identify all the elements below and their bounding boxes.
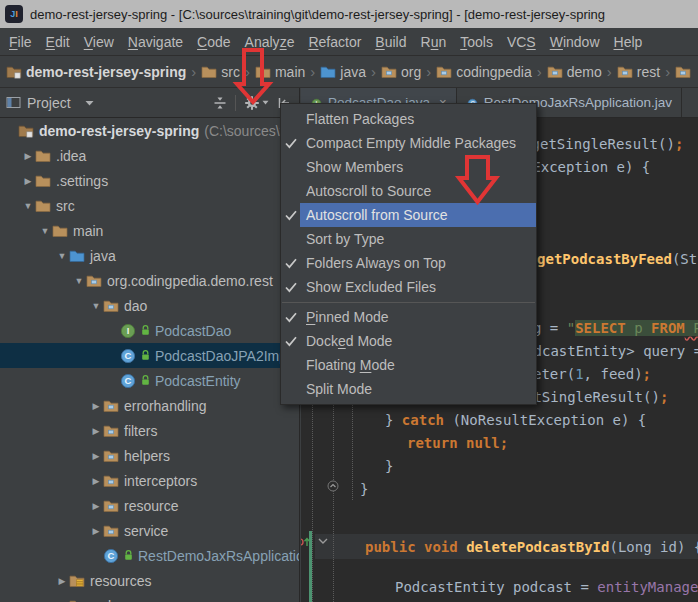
menu-item-floating-mode[interactable]: Floating Mode bbox=[281, 353, 536, 377]
tree-collapse-arrow-icon[interactable]: ▼ bbox=[55, 251, 69, 261]
tree-item-webapp[interactable]: ▶webapp bbox=[0, 593, 299, 602]
menubar-item-refactor[interactable]: Refactor bbox=[301, 34, 368, 50]
tree-expand-arrow-icon[interactable]: ▶ bbox=[89, 401, 103, 411]
tree-item-label: webapp bbox=[90, 598, 139, 602]
tree-expand-arrow-icon[interactable]: ▶ bbox=[89, 426, 103, 436]
menubar-item-edit[interactable]: Edit bbox=[39, 34, 77, 50]
code-line[interactable]: entityManager.remove(podcast); bbox=[395, 598, 648, 602]
folder-icon bbox=[35, 148, 51, 164]
check-icon bbox=[285, 138, 300, 149]
tree-expand-arrow-icon[interactable]: ▶ bbox=[89, 526, 103, 536]
menu-item-compact-empty-middle-packages[interactable]: Compact Empty Middle Packages bbox=[281, 131, 536, 155]
tree-expand-arrow-icon[interactable]: ▶ bbox=[21, 176, 35, 186]
menu-item-split-mode[interactable]: Split Mode bbox=[281, 377, 536, 401]
breadcrumb-item-codingpedia[interactable]: codingpedia bbox=[436, 64, 532, 80]
tree-item-PodcastDao[interactable]: IPodcastDao bbox=[0, 318, 299, 343]
gear-button[interactable] bbox=[244, 95, 269, 111]
override-method-icon[interactable] bbox=[301, 535, 312, 549]
code-line[interactable]: } bbox=[385, 455, 393, 478]
menubar-item-view[interactable]: View bbox=[77, 34, 121, 50]
tree-expand-arrow-icon[interactable]: ▶ bbox=[21, 151, 35, 161]
breadcrumb-item-src[interactable]: src bbox=[201, 64, 240, 80]
tree-item-main[interactable]: ▼main bbox=[0, 218, 299, 243]
fold-end-icon[interactable] bbox=[327, 480, 339, 492]
folder-icon bbox=[52, 223, 68, 239]
breadcrumb-item-main[interactable]: main bbox=[255, 64, 305, 80]
menubar-item-code[interactable]: Code bbox=[190, 34, 237, 50]
tree-item-demo-rest-jersey-spring[interactable]: demo-rest-jersey-spring(C:\sources\train… bbox=[0, 118, 299, 143]
breadcrumb-item-rest[interactable]: rest bbox=[617, 64, 660, 80]
tree-collapse-arrow-icon[interactable]: ▼ bbox=[89, 301, 103, 311]
menubar-item-file[interactable]: File bbox=[2, 34, 39, 50]
menu-item-autoscroll-to-source[interactable]: Autoscroll to Source bbox=[281, 179, 536, 203]
menubar-item-tools[interactable]: Tools bbox=[453, 34, 500, 50]
tree-item-dao[interactable]: ▼dao bbox=[0, 293, 299, 318]
tree-item-filters[interactable]: ▶filters bbox=[0, 418, 299, 443]
project-tree: demo-rest-jersey-spring(C:\sources\train… bbox=[0, 118, 300, 602]
menu-item-autoscroll-from-source[interactable]: Autoscroll from Source bbox=[281, 203, 536, 227]
project-panel-header[interactable]: Project bbox=[0, 88, 300, 117]
tree-item-PodcastDaoJPA2Impl[interactable]: CPodcastDaoJPA2Impl bbox=[0, 343, 299, 368]
menu-item-docked-mode[interactable]: Docked Mode bbox=[281, 329, 536, 353]
fold-chevron-icon[interactable] bbox=[317, 537, 329, 546]
interface-icon: I bbox=[120, 323, 136, 339]
menubar-item-build[interactable]: Build bbox=[368, 34, 413, 50]
tree-expand-arrow-icon[interactable]: ▶ bbox=[89, 501, 103, 511]
menu-item-sort-by-type[interactable]: Sort by Type bbox=[281, 227, 536, 251]
tree-item-service[interactable]: ▶service bbox=[0, 518, 299, 543]
tree-item-.settings[interactable]: ▶.settings bbox=[0, 168, 299, 193]
breadcrumb-item-org[interactable]: org bbox=[381, 64, 421, 80]
tree-item-src[interactable]: ▼src bbox=[0, 193, 299, 218]
tree-item-interceptors[interactable]: ▶interceptors bbox=[0, 468, 299, 493]
tree-item-RestDemoJaxRsApplication[interactable]: CRestDemoJaxRsApplication bbox=[0, 543, 299, 568]
chevron-down-icon[interactable] bbox=[85, 100, 94, 106]
tree-collapse-arrow-icon[interactable]: ▼ bbox=[72, 276, 86, 286]
tree-item-label: PodcastDaoJPA2Impl bbox=[155, 348, 290, 364]
svg-text:C: C bbox=[125, 375, 132, 386]
menubar-item-window[interactable]: Window bbox=[543, 34, 607, 50]
breadcrumb-item-java[interactable]: java bbox=[320, 64, 366, 80]
tree-expand-arrow-icon[interactable]: ▶ bbox=[89, 451, 103, 461]
menu-item-show-excluded-files[interactable]: Show Excluded Files bbox=[281, 275, 536, 299]
menu-item-folders-always-on-top[interactable]: Folders Always on Top bbox=[281, 251, 536, 275]
tree-item-resources[interactable]: ▶resources bbox=[0, 568, 299, 593]
tree-item-java[interactable]: ▼java bbox=[0, 243, 299, 268]
collapse-all-icon[interactable] bbox=[213, 96, 227, 110]
breadcrumb-item[interactable] bbox=[675, 64, 695, 80]
code-line[interactable]: } catch (NoResultException e) { bbox=[385, 409, 646, 432]
tree-item-helpers[interactable]: ▶helpers bbox=[0, 443, 299, 468]
code-line[interactable]: public void deletePodcastById(Long id) { bbox=[365, 536, 698, 559]
tree-item-.idea[interactable]: ▶.idea bbox=[0, 143, 299, 168]
tree-item-org.codingpedia.demo.rest[interactable]: ▼org.codingpedia.demo.rest bbox=[0, 268, 299, 293]
code-line[interactable]: return null; bbox=[407, 432, 508, 455]
menubar-item-navigate[interactable]: Navigate bbox=[121, 34, 190, 50]
breadcrumb-label: rest bbox=[637, 64, 660, 80]
menu-item-show-members[interactable]: Show Members bbox=[281, 155, 536, 179]
svg-text:C: C bbox=[108, 550, 115, 561]
package-icon bbox=[103, 398, 119, 414]
project-root-icon bbox=[18, 123, 34, 139]
chevron-separator-icon: › bbox=[245, 63, 250, 80]
menubar-item-run[interactable]: Run bbox=[414, 34, 454, 50]
menubar-item-analyze[interactable]: Analyze bbox=[238, 34, 302, 50]
tree-collapse-arrow-icon[interactable]: ▼ bbox=[21, 201, 35, 211]
tree-item-errorhandling[interactable]: ▶errorhandling bbox=[0, 393, 299, 418]
breadcrumb-item-demo-rest-jersey-spring[interactable]: demo-rest-jersey-spring bbox=[6, 64, 186, 80]
tree-collapse-arrow-icon[interactable]: ▼ bbox=[38, 226, 52, 236]
folder-icon bbox=[35, 198, 51, 214]
tree-expand-arrow-icon[interactable]: ▶ bbox=[55, 576, 69, 586]
menubar-item-help[interactable]: Help bbox=[607, 34, 650, 50]
tree-item-label: java bbox=[90, 248, 116, 264]
breadcrumb-item-demo[interactable]: demo bbox=[547, 64, 602, 80]
menu-item-flatten-packages[interactable]: Flatten Packages bbox=[281, 107, 536, 131]
tree-item-label: RestDemoJaxRsApplication bbox=[138, 548, 300, 564]
tree-expand-arrow-icon[interactable]: ▶ bbox=[89, 476, 103, 486]
menubar-item-vcs[interactable]: VCS bbox=[500, 34, 543, 50]
menu-item-pinned-mode[interactable]: Pinned Mode bbox=[281, 305, 536, 329]
code-line[interactable]: PodcastEntity podcast = entityManager. bbox=[395, 576, 698, 599]
tree-item-resource[interactable]: ▶resource bbox=[0, 493, 299, 518]
tree-item-PodcastEntity[interactable]: CPodcastEntity bbox=[0, 368, 299, 393]
code-line[interactable]: } bbox=[360, 478, 368, 501]
tree-item-label: .settings bbox=[56, 173, 108, 189]
folder-java-icon bbox=[69, 248, 85, 264]
